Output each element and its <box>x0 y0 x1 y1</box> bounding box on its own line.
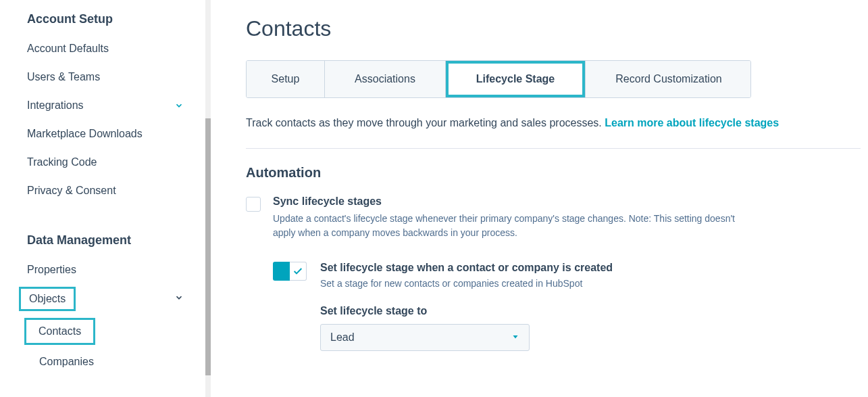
lifecycle-select-row: Set lifecycle stage to Lead <box>320 305 868 351</box>
sidebar-item-label: Contacts <box>24 318 95 345</box>
sidebar-item-label: Users & Teams <box>27 71 100 83</box>
sidebar-section-account-setup: Account Setup <box>0 8 211 34</box>
sidebar-subitem-companies[interactable]: Companies <box>0 349 211 368</box>
sidebar-item-account-defaults[interactable]: Account Defaults <box>0 34 211 63</box>
lifecycle-select-label: Set lifecycle stage to <box>320 305 868 317</box>
page-title: Contacts <box>246 16 868 41</box>
tab-description: Track contacts as they move through your… <box>246 117 868 129</box>
sidebar-item-label: Objects <box>19 287 76 311</box>
toggle-check-icon <box>290 262 307 281</box>
sidebar-section-data-management: Data Management <box>0 229 211 256</box>
set-stage-description: Set a stage for new contacts or companie… <box>320 278 613 289</box>
sidebar-item-label: Integrations <box>27 99 84 112</box>
sidebar-item-label: Tracking Code <box>27 156 97 168</box>
sidebar-item-label: Marketplace Downloads <box>27 128 143 140</box>
tab-associations[interactable]: Associations <box>324 61 445 97</box>
sidebar-item-label: Properties <box>27 264 76 276</box>
chevron-down-icon <box>174 293 184 305</box>
caret-down-icon <box>511 331 519 344</box>
sidebar-item-properties[interactable]: Properties <box>0 256 211 284</box>
set-stage-label: Set lifecycle stage when a contact or co… <box>320 262 613 274</box>
tabs: Setup Associations Lifecycle Stage Recor… <box>246 60 751 98</box>
sidebar-item-privacy-consent[interactable]: Privacy & Consent <box>0 177 211 205</box>
sync-lifecycle-label: Sync lifecycle stages <box>273 195 759 208</box>
sidebar-item-objects[interactable]: Objects <box>0 284 211 314</box>
tab-record-customization[interactable]: Record Customization <box>585 61 751 97</box>
sync-lifecycle-row: Sync lifecycle stages Update a contact's… <box>246 195 868 240</box>
sidebar-subitem-contacts[interactable]: Contacts <box>0 314 211 349</box>
section-title-automation: Automation <box>246 165 868 181</box>
tab-lifecycle-stage[interactable]: Lifecycle Stage <box>445 61 585 97</box>
desc-text: Track contacts as they move through your… <box>246 117 605 129</box>
toggle-on-indicator <box>273 262 290 281</box>
tab-setup[interactable]: Setup <box>247 61 324 97</box>
set-stage-toggle[interactable] <box>273 262 307 281</box>
sidebar-item-users-teams[interactable]: Users & Teams <box>0 63 211 91</box>
tab-label: Associations <box>355 73 415 85</box>
tab-label: Setup <box>272 73 300 85</box>
sidebar-scrollbar-thumb[interactable] <box>205 118 211 375</box>
sidebar: Account Setup Account Defaults Users & T… <box>0 0 211 397</box>
chevron-down-icon <box>174 101 184 110</box>
svg-marker-0 <box>513 335 518 339</box>
lifecycle-select[interactable]: Lead <box>320 324 530 351</box>
sync-lifecycle-checkbox[interactable] <box>246 197 261 212</box>
sidebar-item-marketplace-downloads[interactable]: Marketplace Downloads <box>0 120 211 148</box>
set-stage-on-create-row: Set lifecycle stage when a contact or co… <box>273 262 868 289</box>
tab-label: Record Customization <box>615 73 721 85</box>
divider <box>246 148 861 149</box>
lifecycle-select-value: Lead <box>330 331 355 344</box>
sidebar-item-label: Account Defaults <box>27 43 109 55</box>
sidebar-item-tracking-code[interactable]: Tracking Code <box>0 148 211 177</box>
main-content: Contacts Setup Associations Lifecycle St… <box>211 0 868 397</box>
learn-more-link[interactable]: Learn more about lifecycle stages <box>605 117 779 129</box>
tab-label: Lifecycle Stage <box>476 73 555 85</box>
sync-lifecycle-description: Update a contact's lifecycle stage whene… <box>273 212 759 240</box>
sidebar-item-integrations[interactable]: Integrations <box>0 91 211 120</box>
sidebar-item-label: Privacy & Consent <box>27 185 116 197</box>
sidebar-item-label: Companies <box>39 356 94 367</box>
